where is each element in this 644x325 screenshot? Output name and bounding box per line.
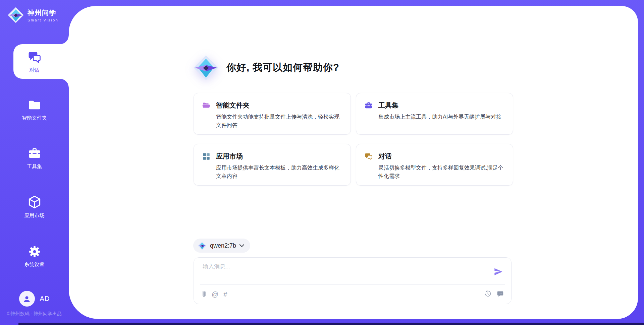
sidebar-item-settings[interactable]: 系统设置	[0, 245, 69, 268]
brand-block: 神州问学 Smart Vision	[7, 7, 58, 23]
toolbox-icon	[364, 101, 373, 110]
card-description: 灵活切换多模型文件，支持多样回复效果调试,满足个性化需求	[364, 164, 505, 180]
sidebar-item-label: 应用市场	[24, 212, 45, 219]
card-app-market[interactable]: 应用市场 应用市场提供丰富长文本模板，助力高效生成多样化文章内容	[194, 144, 351, 186]
message-composer: @ #	[194, 257, 512, 304]
sidebar-item-toolset[interactable]: 工具集	[0, 146, 69, 170]
send-icon[interactable]	[494, 267, 503, 276]
gear-icon	[28, 245, 41, 258]
copyright-text: ©神州数码 · 神州问学出品	[0, 311, 69, 317]
at-icon[interactable]: @	[212, 290, 218, 298]
user-initials: AD	[40, 295, 50, 303]
user-account[interactable]: AD	[0, 291, 69, 307]
brand-subtitle: Smart Vision	[28, 18, 58, 22]
brand-diamond-icon	[193, 55, 219, 81]
card-description: 集成市场上主流工具，助力AI与外界无缝扩展与对接	[364, 113, 505, 121]
chevron-down-icon	[239, 244, 244, 247]
sidebar-item-app-market[interactable]: 应用市场	[0, 195, 69, 219]
feature-cards: 智能文件夹 智能文件夹功能支持批量文件上传与清洗，轻松实现文件问答	[194, 93, 513, 186]
model-selector[interactable]: qwen2:7b	[193, 239, 250, 253]
card-description: 应用市场提供丰富长文本模板，助力高效生成多样化文章内容	[202, 164, 342, 180]
sidebar: 神州问学 Smart Vision 对话 智能文件夹 工具集	[0, 0, 69, 325]
card-title: 对话	[378, 152, 392, 161]
cube-icon	[27, 195, 42, 209]
sidebar-item-chat[interactable]: 对话	[13, 44, 69, 79]
card-title: 工具集	[378, 101, 398, 110]
sidebar-item-label: 对话	[30, 67, 40, 73]
sidebar-item-smart-folder[interactable]: 智能文件夹	[0, 98, 69, 121]
sidebar-item-label: 系统设置	[24, 261, 45, 268]
paperclip-icon[interactable]	[201, 290, 207, 298]
card-description: 智能文件夹功能支持批量文件上传与清洗，轻松实现文件问答	[202, 113, 342, 129]
brand-name: 神州问学	[28, 8, 58, 17]
sidebar-item-label: 工具集	[27, 164, 42, 170]
chat-bubble-icon[interactable]	[497, 290, 504, 297]
bottom-edge-strip	[18, 323, 644, 325]
composer-divider	[200, 284, 505, 285]
grid-icon	[202, 152, 211, 161]
brand-diamond-icon	[7, 7, 24, 23]
sidebar-item-label: 智能文件夹	[22, 115, 47, 121]
toolbox-icon	[28, 146, 42, 160]
chat-icon	[27, 50, 42, 65]
main-panel: 你好, 我可以如何帮助你? 智能文件夹 智能文件夹功能支持批量文件上传与清洗，轻…	[69, 6, 638, 319]
message-input[interactable]	[202, 263, 482, 270]
folder-open-icon	[202, 101, 211, 110]
avatar	[19, 291, 35, 307]
card-title: 智能文件夹	[216, 101, 250, 110]
chat-icon	[364, 152, 373, 161]
history-icon[interactable]	[484, 290, 491, 297]
hash-icon[interactable]: #	[223, 290, 227, 298]
content-column: 你好, 我可以如何帮助你? 智能文件夹 智能文件夹功能支持批量文件上传与清洗，轻…	[193, 6, 513, 319]
model-name: qwen2:7b	[210, 242, 236, 249]
card-title: 应用市场	[216, 152, 243, 161]
greeting-block: 你好, 我可以如何帮助你?	[193, 55, 339, 81]
composer-toolbar: @ #	[201, 290, 227, 298]
card-chat[interactable]: 对话 灵活切换多模型文件，支持多样回复效果调试,满足个性化需求	[356, 144, 513, 186]
folder-icon	[28, 98, 42, 112]
brand-diamond-icon	[198, 241, 207, 250]
card-toolset[interactable]: 工具集 集成市场上主流工具，助力AI与外界无缝扩展与对接	[356, 93, 513, 135]
greeting-title: 你好, 我可以如何帮助你?	[226, 61, 339, 74]
composer-right-toolbar	[484, 290, 504, 297]
person-icon	[22, 295, 31, 303]
card-smart-folder[interactable]: 智能文件夹 智能文件夹功能支持批量文件上传与清洗，轻松实现文件问答	[194, 93, 351, 135]
